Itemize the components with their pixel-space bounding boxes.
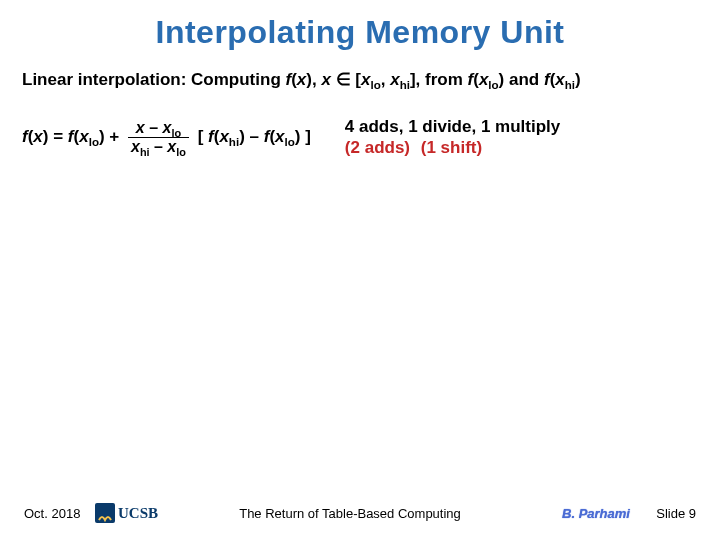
subtitle-in: ∈ [ [331, 70, 361, 89]
plus: + [105, 127, 124, 146]
cost-1shift: (1 shift) [421, 138, 482, 157]
num-x: x [136, 119, 145, 136]
subtitle-fxhi-f: f [544, 70, 550, 89]
subtitle-fxhi-hi: hi [565, 79, 575, 91]
den-minus: – [150, 138, 168, 155]
den-lo: lo [176, 146, 186, 158]
cost-2adds: (2 adds) [345, 138, 410, 157]
slide-title: Interpolating Memory Unit [0, 0, 720, 51]
ucsb-logo: UCSB [94, 500, 174, 526]
cost-note: 4 adds, 1 divide, 1 multiply (2 adds) (1… [345, 116, 560, 159]
cost-line2: (2 adds) (1 shift) [345, 137, 560, 158]
subtitle-mid: , [312, 70, 321, 89]
subtitle-close: ], from [410, 70, 468, 89]
footer-date: Oct. 2018 [24, 506, 94, 521]
footer-author: B. Parhami [556, 506, 636, 521]
subtitle: Linear interpolation: Computing f(x), x … [0, 51, 720, 90]
subtitle-and: and [504, 70, 544, 89]
t1-x: x [79, 127, 88, 146]
bc: ] [300, 127, 310, 146]
formula: f(x) = f(xlo) + x – xloxhi – xlo [ f(xhi… [22, 120, 311, 155]
t1-lo: lo [89, 136, 99, 148]
subtitle-xvar: x [321, 70, 330, 89]
t3-lo: lo [285, 136, 295, 148]
subtitle-lo: lo [370, 79, 380, 91]
den-xhi: x [131, 138, 140, 155]
t2-hi: hi [229, 136, 239, 148]
subtitle-hi: hi [400, 79, 410, 91]
subtitle-xhi: x [390, 70, 399, 89]
footer-slidenum: Slide 9 [636, 506, 696, 521]
footer: Oct. 2018 UCSB The Return of Table-Based… [0, 500, 720, 526]
subtitle-sep: , [381, 70, 390, 89]
den-hi: hi [140, 146, 150, 158]
footer-center: The Return of Table-Based Computing [174, 506, 556, 521]
subtitle-lead: Linear interpolation: Computing [22, 70, 285, 89]
subtitle-fxlo-f: f [468, 70, 474, 89]
formula-row: f(x) = f(xlo) + x – xloxhi – xlo [ f(xhi… [0, 90, 720, 159]
cost-line1: 4 adds, 1 divide, 1 multiply [345, 116, 560, 137]
subtitle-x: x [297, 70, 306, 89]
logo-text: UCSB [118, 505, 158, 521]
eq: = [48, 127, 67, 146]
subtitle-fxhi-x: x [555, 70, 564, 89]
subtitle-f: f [285, 70, 291, 89]
subtitle-fxlo-x: x [479, 70, 488, 89]
subtitle-fxlo-lo: lo [488, 79, 498, 91]
lhs-x: x [33, 127, 42, 146]
m2: – [245, 127, 264, 146]
t3-x: x [275, 127, 284, 146]
t2-x: x [219, 127, 228, 146]
den-xlo: x [167, 138, 176, 155]
bo: [ [193, 127, 208, 146]
num-minus: – [145, 119, 163, 136]
fraction: x – xloxhi – xlo [128, 120, 189, 155]
